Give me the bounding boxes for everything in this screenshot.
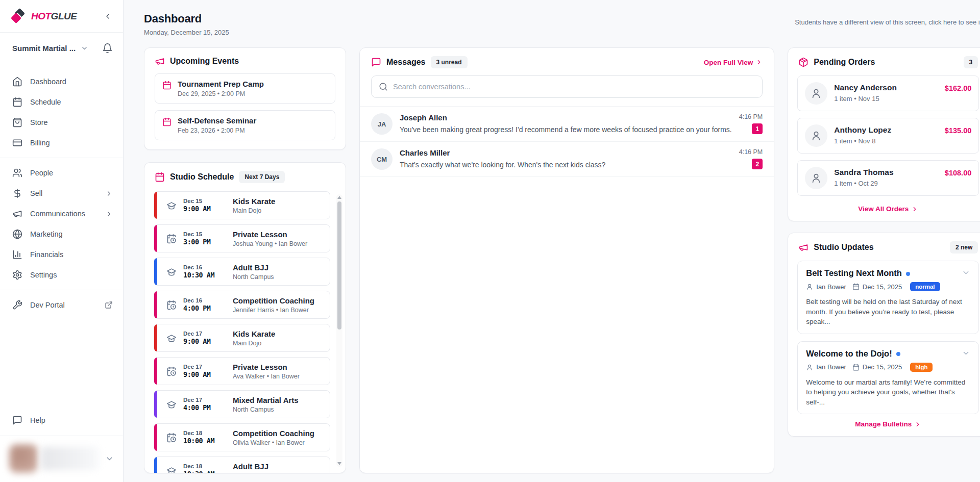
- category-color-bar: [154, 391, 157, 418]
- sidebar-item-schedule[interactable]: Schedule: [0, 92, 123, 112]
- chevron-right-icon: [911, 206, 918, 213]
- order-meta: 1 item • Nov 15: [834, 95, 938, 103]
- sidebar-item-communications[interactable]: Communications: [0, 204, 123, 224]
- unread-badge: 2: [752, 159, 763, 169]
- schedule-item[interactable]: Dec 174:00 PM Mixed Martial ArtsNorth Ca…: [154, 390, 330, 418]
- sidebar-item-financials[interactable]: Financials: [0, 244, 123, 265]
- gear-icon: [12, 270, 22, 280]
- bulletin-author: Ian Bower: [816, 283, 846, 291]
- message-row[interactable]: CM Charles Miller That's exactly what we…: [360, 141, 774, 177]
- schedule-item-name: Adult BJJ: [233, 263, 274, 272]
- schedule-item-detail: North Campus: [233, 406, 299, 413]
- schedule-item[interactable]: Dec 179:00 AM Kids KarateMain Dojo: [154, 324, 330, 352]
- message-preview: You've been making great progress! I'd r…: [400, 125, 732, 134]
- message-row[interactable]: JA Joseph Allen You've been making great…: [360, 106, 774, 141]
- schedule-item-time: 3:00 PM: [183, 238, 226, 246]
- order-row[interactable]: Nancy Anderson 1 item • Nov 15 $162.00: [797, 75, 979, 111]
- view-all-orders-link[interactable]: View All Orders: [858, 205, 918, 213]
- wrench-icon: [12, 300, 22, 310]
- schedule-item-name: Competition Coaching: [233, 296, 314, 305]
- studio-schedule-card: Studio Schedule Next 7 Days Dec 159:00 A…: [144, 162, 346, 473]
- shopping-bag-icon: [12, 117, 22, 128]
- schedule-item-time: 10:30 AM: [183, 470, 226, 473]
- message-time: 4:16 PM: [739, 148, 763, 156]
- megaphone-icon: [155, 56, 165, 66]
- schedule-item[interactable]: Dec 153:00 PM Private LessonJoshua Young…: [154, 224, 330, 252]
- chevron-down-icon: [81, 44, 88, 52]
- schedule-item-detail: Ava Walker • Ian Bower: [233, 373, 300, 380]
- schedule-item[interactable]: Dec 1810:30 AM Adult BJJNorth Campus: [154, 456, 330, 473]
- sidebar-item-billing[interactable]: Billing: [0, 133, 123, 153]
- schedule-item[interactable]: Dec 1810:00 AM Competition CoachingOlivi…: [154, 423, 330, 451]
- sidebar-collapse-button[interactable]: [102, 10, 114, 22]
- priority-badge: normal: [910, 282, 940, 291]
- order-meta: 1 item • Nov 8: [834, 137, 938, 145]
- orders-list: Nancy Anderson 1 item • Nov 15 $162.00 A…: [788, 74, 980, 199]
- sidebar-item-sell[interactable]: Sell: [0, 183, 123, 204]
- schedule-item-time: 9:00 AM: [183, 205, 226, 213]
- scroll-up-arrow[interactable]: [337, 196, 341, 199]
- avatar: JA: [371, 113, 393, 135]
- bulletin-body: Belt testing will be held on the last Sa…: [806, 297, 970, 327]
- schedule-item[interactable]: Dec 159:00 AM Kids KarateMain Dojo: [154, 191, 330, 219]
- unread-badge: 1: [752, 123, 763, 134]
- message-preview: That's exactly what we're looking for. W…: [400, 161, 732, 169]
- schedule-item-detail: Joshua Young • Ian Bower: [233, 240, 307, 247]
- schedule-item-time: 10:00 AM: [183, 437, 226, 445]
- sidebar-item-help[interactable]: Help: [0, 409, 123, 432]
- package-icon: [798, 57, 808, 67]
- category-color-bar: [154, 291, 157, 318]
- bulletin-body: Welcome to our martial arts family! We'r…: [806, 377, 970, 408]
- sidebar-item-dev-portal[interactable]: Dev Portal: [0, 295, 123, 315]
- sidebar-item-label: Sell: [30, 189, 42, 197]
- scroll-down-arrow[interactable]: [337, 462, 341, 465]
- search-input[interactable]: [393, 83, 755, 91]
- sidebar: HOTGLUE Summit Martial ... Dashboard Sch…: [0, 0, 124, 482]
- sidebar-item-label: Communications: [30, 210, 85, 218]
- schedule-scrollbar[interactable]: [336, 194, 342, 467]
- schedule-item-date: Dec 18: [183, 463, 226, 469]
- event-item[interactable]: Self-Defense Seminar Feb 23, 2026 • 2:00…: [155, 110, 335, 140]
- sidebar-item-label: People: [30, 169, 53, 177]
- unread-dot: [906, 272, 910, 276]
- schedule-range-chip[interactable]: Next 7 Days: [239, 171, 285, 183]
- order-row[interactable]: Anthony Lopez 1 item • Nov 8 $135.00: [797, 118, 979, 154]
- bulletin-card[interactable]: Welcome to the Dojo! Ian Bower Dec 15, 2…: [797, 341, 979, 415]
- nav-divider: [0, 158, 123, 158]
- user-menu[interactable]: [0, 436, 123, 482]
- conversation-search[interactable]: [371, 75, 763, 98]
- scrollbar-thumb[interactable]: [337, 201, 341, 329]
- upcoming-events-title: Upcoming Events: [170, 57, 239, 66]
- schedule-item-time: 4:00 PM: [183, 304, 226, 312]
- bulletin-card[interactable]: Belt Testing Next Month Ian Bower Dec 15…: [797, 261, 979, 334]
- sidebar-item-people[interactable]: People: [0, 163, 123, 183]
- schedule-item-name: Kids Karate: [233, 329, 275, 338]
- message-list: JA Joseph Allen You've been making great…: [360, 106, 774, 177]
- page-title: Dashboard: [144, 12, 229, 26]
- class-icon: [166, 200, 177, 211]
- notifications-button[interactable]: [102, 43, 113, 54]
- sidebar-item-store[interactable]: Store: [0, 112, 123, 133]
- chevron-down-icon[interactable]: [962, 349, 970, 358]
- schedule-item[interactable]: Dec 164:00 PM Competition CoachingJennif…: [154, 291, 330, 319]
- order-row[interactable]: Sandra Thomas 1 item • Oct 29 $108.00: [797, 160, 979, 196]
- sidebar-item-settings[interactable]: Settings: [0, 265, 123, 285]
- sidebar-item-marketing[interactable]: Marketing: [0, 224, 123, 244]
- sidebar-item-label: Store: [30, 118, 48, 126]
- unread-dot: [896, 352, 900, 356]
- manage-bulletins-link[interactable]: Manage Bulletins: [855, 420, 921, 428]
- sidebar-item-label: Dashboard: [30, 78, 66, 86]
- event-item[interactable]: Tournament Prep Camp Dec 29, 2025 • 2:00…: [155, 73, 335, 104]
- chevron-down-icon[interactable]: [962, 268, 970, 277]
- category-color-bar: [154, 324, 157, 351]
- open-full-view-link[interactable]: Open Full View: [704, 59, 763, 66]
- schedule-item-time: 9:00 AM: [183, 337, 226, 345]
- external-link-icon: [105, 301, 113, 309]
- students-view-link[interactable]: Students have a different view of this s…: [795, 18, 980, 26]
- message-sender: Joseph Allen: [400, 113, 732, 122]
- sidebar-item-dashboard[interactable]: Dashboard: [0, 71, 123, 92]
- schedule-item[interactable]: Dec 179:00 AM Private LessonAva Walker •…: [154, 357, 330, 385]
- schedule-item-date: Dec 17: [183, 331, 226, 337]
- schedule-item[interactable]: Dec 1610:30 AM Adult BJJNorth Campus: [154, 258, 330, 286]
- org-selector[interactable]: Summit Martial ...: [0, 33, 123, 64]
